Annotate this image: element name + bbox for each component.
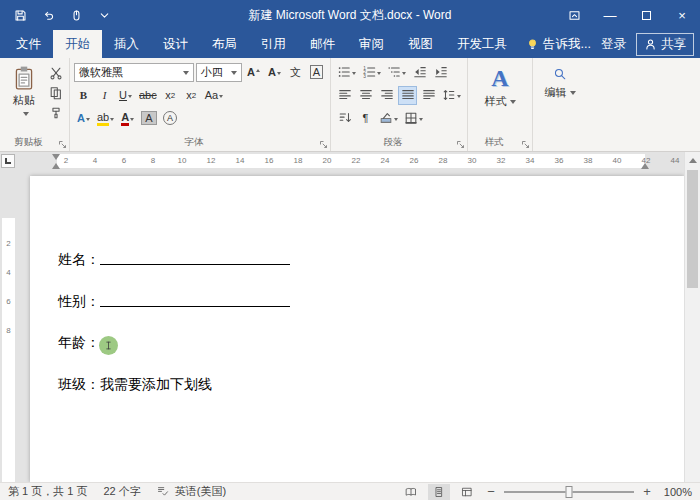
launcher-icon <box>319 140 328 149</box>
right-indent-marker[interactable] <box>641 163 649 169</box>
caret-down-icon <box>219 95 223 100</box>
zoom-slider[interactable] <box>504 491 634 493</box>
doc-text[interactable]: 性别： <box>58 293 100 309</box>
word-count[interactable]: 22 个字 <box>103 484 140 499</box>
tab-design[interactable]: 设计 <box>151 30 200 58</box>
distribute-button[interactable] <box>419 86 438 105</box>
shading-button[interactable] <box>377 109 400 128</box>
doc-text[interactable]: 班级：我需要添加下划线 <box>58 376 212 392</box>
tab-home[interactable]: 开始 <box>53 30 102 58</box>
touch-mouse-mode-button[interactable] <box>64 0 88 30</box>
minimize-button[interactable]: — <box>592 0 628 30</box>
zoom-out-button[interactable]: − <box>484 484 498 499</box>
multilevel-list-button[interactable] <box>385 63 408 82</box>
save-button[interactable] <box>8 0 32 30</box>
superscript-button[interactable]: x2 <box>182 86 201 105</box>
tab-developer[interactable]: 开发工具 <box>445 30 519 58</box>
borders-icon <box>404 111 418 125</box>
ribbon-display-options-button[interactable] <box>556 0 592 30</box>
highlight-color-button[interactable]: ab <box>95 109 116 128</box>
paragraph-dialog-launcher[interactable] <box>454 138 466 150</box>
window-title: 新建 Microsoft Word 文档.docx - Word <box>249 7 452 24</box>
web-layout-icon <box>461 486 473 498</box>
character-border-button[interactable]: A <box>307 63 326 82</box>
left-indent-marker[interactable] <box>52 163 60 169</box>
doc-text[interactable]: 年龄： <box>58 334 100 350</box>
zoom-level[interactable]: 100% <box>660 486 692 498</box>
maximize-button[interactable] <box>628 0 664 30</box>
tab-selector[interactable] <box>1 154 15 168</box>
tab-references[interactable]: 引用 <box>249 30 298 58</box>
proofing-check-icon[interactable] <box>157 485 159 499</box>
tab-layout[interactable]: 布局 <box>200 30 249 58</box>
scroll-up-button[interactable] <box>685 152 700 168</box>
ruler-number: 32 <box>497 152 506 170</box>
customize-quick-access-icon[interactable] <box>92 0 116 30</box>
web-layout-button[interactable] <box>456 484 478 500</box>
borders-button[interactable] <box>402 109 425 128</box>
tab-mailings[interactable]: 邮件 <box>298 30 347 58</box>
shrink-font-button[interactable]: A <box>265 63 284 82</box>
font-size-combo[interactable]: 小四 <box>196 63 242 82</box>
document-page[interactable]: 姓名： 性别： 年龄： 班级：我需要添加下划线 <box>30 176 684 482</box>
styles-dialog-launcher[interactable] <box>519 138 531 150</box>
decrease-indent-button[interactable] <box>410 63 429 82</box>
vertical-scrollbar[interactable] <box>684 152 700 482</box>
language-indicator[interactable]: 英语(美国) <box>175 484 226 499</box>
tab-view[interactable]: 视图 <box>396 30 445 58</box>
increase-indent-button[interactable] <box>431 63 450 82</box>
scrollbar-thumb[interactable] <box>687 170 698 288</box>
strikethrough-button[interactable]: abc <box>137 86 159 105</box>
align-right-button[interactable] <box>377 86 396 105</box>
print-layout-button[interactable] <box>428 484 450 500</box>
undo-button[interactable] <box>36 0 60 30</box>
editing-button[interactable]: 编辑 <box>537 61 583 136</box>
first-line-indent-marker[interactable] <box>52 154 60 160</box>
align-center-button[interactable] <box>356 86 375 105</box>
tell-me-box[interactable]: 告诉我... <box>526 36 591 53</box>
tab-review[interactable]: 审阅 <box>347 30 396 58</box>
doc-text[interactable]: 姓名： <box>58 251 100 267</box>
close-button[interactable]: × <box>664 0 700 30</box>
copy-button[interactable] <box>46 83 65 102</box>
tab-file[interactable]: 文件 <box>4 30 53 58</box>
justify-button[interactable] <box>398 86 417 105</box>
cut-button[interactable] <box>46 63 65 82</box>
read-mode-button[interactable] <box>400 484 422 500</box>
font-color-button[interactable]: A <box>118 109 137 128</box>
quick-access-toolbar <box>0 0 116 30</box>
text-effects-button[interactable]: A <box>74 109 93 128</box>
caret-down-icon <box>402 72 406 77</box>
page-indicator[interactable]: 第 1 页，共 1 页 <box>8 484 87 499</box>
styles-button[interactable]: A 样式 <box>472 61 528 136</box>
numbering-button[interactable] <box>360 63 383 82</box>
sort-button[interactable] <box>335 109 354 128</box>
vertical-ruler[interactable]: 2 4 6 8 <box>0 170 17 482</box>
font-name-combo[interactable]: 微软雅黑 <box>74 63 194 82</box>
clipboard-dialog-launcher[interactable] <box>56 138 68 150</box>
zoom-in-button[interactable]: + <box>640 484 654 499</box>
font-dialog-launcher[interactable] <box>317 138 329 150</box>
font-name-value: 微软雅黑 <box>79 65 123 80</box>
change-case-button[interactable]: Aa <box>203 86 225 105</box>
enclose-characters-button[interactable]: A <box>161 109 180 128</box>
zoom-slider-thumb[interactable] <box>566 486 573 498</box>
format-painter-button[interactable] <box>46 103 65 122</box>
show-marks-button[interactable]: ¶ <box>356 109 375 128</box>
underline-button[interactable]: U <box>116 86 135 105</box>
paste-button[interactable]: 粘贴 <box>4 61 44 135</box>
subscript-button[interactable]: x2 <box>161 86 180 105</box>
phonetic-guide-button[interactable]: 文 <box>286 63 305 82</box>
grow-font-button[interactable]: A <box>244 63 263 82</box>
tab-insert[interactable]: 插入 <box>102 30 151 58</box>
bold-button[interactable]: B <box>74 86 93 105</box>
line-spacing-button[interactable] <box>440 86 463 105</box>
italic-button[interactable]: I <box>95 86 114 105</box>
horizontal-ruler[interactable]: 2 4 6 8 10 12 14 16 18 20 22 24 26 28 30… <box>0 152 700 170</box>
ruler-number: 10 <box>178 152 187 170</box>
share-button[interactable]: 共享 <box>636 33 694 56</box>
character-shading-button[interactable]: A <box>139 109 158 128</box>
align-left-button[interactable] <box>335 86 354 105</box>
sign-in-button[interactable]: 登录 <box>601 36 626 53</box>
bullets-button[interactable] <box>335 63 358 82</box>
